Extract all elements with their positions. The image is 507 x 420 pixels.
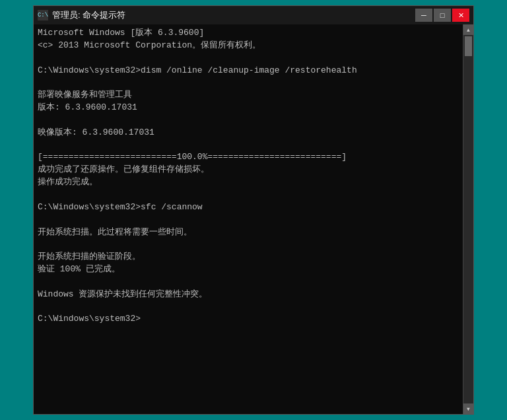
scroll-up-button[interactable]: ▲ bbox=[463, 24, 474, 35]
title-bar-left: C:\ 管理员: 命令提示符 bbox=[38, 9, 125, 21]
console-line: 映像版本: 6.3.9600.17031 bbox=[38, 127, 459, 139]
console-line: 开始系统扫描。此过程将需要一些时间。 bbox=[38, 227, 459, 239]
console-line bbox=[38, 276, 459, 289]
maximize-button[interactable]: □ bbox=[434, 9, 451, 22]
cmd-window: C:\ 管理员: 命令提示符 ─ □ ✕ Microsoft Windows [… bbox=[33, 5, 474, 415]
close-button[interactable]: ✕ bbox=[452, 9, 469, 22]
console-line bbox=[38, 189, 459, 201]
scrollbar[interactable]: ▲ ▼ bbox=[463, 24, 473, 414]
console-line bbox=[38, 238, 459, 251]
window-icon: C:\ bbox=[38, 10, 48, 20]
console-line: Microsoft Windows [版本 6.3.9600] bbox=[38, 27, 459, 40]
console-body: Microsoft Windows [版本 6.3.9600]<c> 2013 … bbox=[34, 24, 473, 414]
console-line: <c> 2013 Microsoft Corporation。保留所有权利。 bbox=[38, 40, 459, 52]
console-line: 版本: 6.3.9600.17031 bbox=[38, 102, 459, 114]
console-line bbox=[38, 114, 459, 127]
title-bar: C:\ 管理员: 命令提示符 ─ □ ✕ bbox=[34, 6, 473, 24]
console-line: 成功完成了还原操作。已修复组件存储损坏。 bbox=[38, 164, 459, 176]
console-line: C:\Windows\system32> bbox=[38, 313, 459, 326]
console-line: C:\Windows\system32>dism /online /cleanu… bbox=[38, 65, 459, 77]
console-line: 操作成功完成。 bbox=[38, 176, 459, 189]
minimize-button[interactable]: ─ bbox=[415, 9, 432, 22]
scrollbar-thumb[interactable] bbox=[465, 36, 472, 56]
console-content[interactable]: Microsoft Windows [版本 6.3.9600]<c> 2013 … bbox=[34, 24, 463, 414]
console-line bbox=[38, 52, 459, 65]
console-line: [==========================100.0%=======… bbox=[38, 151, 459, 164]
window-title: 管理员: 命令提示符 bbox=[52, 9, 125, 21]
console-line bbox=[38, 77, 459, 89]
console-line bbox=[38, 301, 459, 314]
console-line: 验证 100% 已完成。 bbox=[38, 263, 459, 276]
window-controls: ─ □ ✕ bbox=[415, 9, 469, 22]
scroll-down-button[interactable]: ▼ bbox=[463, 403, 474, 414]
console-line: Windows 资源保护未找到任何完整性冲突。 bbox=[38, 289, 459, 301]
console-line: 部署映像服务和管理工具 bbox=[38, 89, 459, 102]
console-line bbox=[38, 214, 459, 227]
console-line: 开始系统扫描的验证阶段。 bbox=[38, 251, 459, 263]
console-line: C:\Windows\system32>sfc /scannow bbox=[38, 201, 459, 214]
console-line bbox=[38, 139, 459, 152]
scrollbar-track[interactable] bbox=[463, 35, 473, 403]
